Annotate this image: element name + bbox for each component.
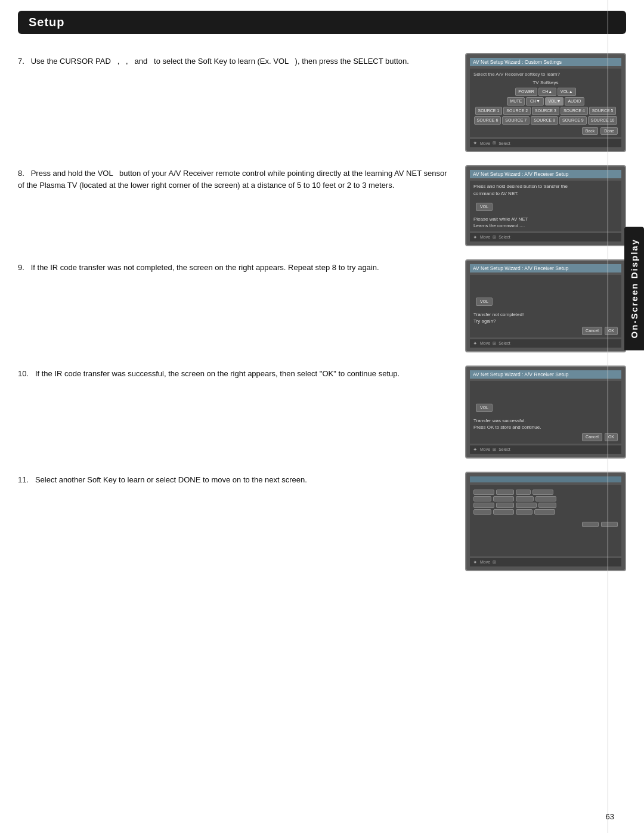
softkey-audio[interactable]: AUDIO bbox=[565, 97, 584, 106]
screen-mockup-8: AV Net Setup Wizard : A/V Receiver Setup… bbox=[465, 165, 626, 246]
status-text-9: Transfer not completed! Try again? bbox=[473, 311, 618, 324]
step-num-9: 9. bbox=[18, 263, 24, 272]
move-icon-8: ✦ bbox=[473, 234, 478, 240]
instruction-row-11: 11. Select another Soft Key to learn or … bbox=[18, 472, 626, 571]
move-select-bar-7: ✦ Move ⊞ Select bbox=[470, 139, 621, 147]
instruction-row-7: 7. Use the CURSOR PAD , , and to select … bbox=[18, 53, 626, 152]
select-icon-7: ⊞ bbox=[493, 141, 496, 145]
main-content: 7. Use the CURSOR PAD , , and to select … bbox=[18, 34, 626, 571]
step-num-11: 11. bbox=[18, 475, 29, 484]
softkeys-row-7-1: POWER CH▲ VOL▲ bbox=[473, 88, 618, 96]
vol-btn-10: VOL bbox=[476, 404, 493, 412]
screen-title-10: AV Net Setup Wizard : A/V Receiver Setup bbox=[470, 370, 621, 379]
softkey-src8[interactable]: SOURCE 8 bbox=[531, 116, 558, 125]
move-label-10: Move bbox=[480, 447, 490, 451]
vol-btn-8: VOL bbox=[476, 203, 493, 211]
instruction-text-7: 7. Use the CURSOR PAD , , and to select … bbox=[18, 53, 447, 67]
softkey-chup[interactable]: CH▲ bbox=[538, 88, 556, 96]
softkey-src7[interactable]: SOURCE 7 bbox=[502, 116, 530, 125]
screen-title-9: AV Net Setup Wizard : A/V Receiver Setup bbox=[470, 264, 621, 272]
blurred-footer-11 bbox=[473, 522, 618, 527]
instruction-text-9: 9. If the IR code transfer was not compl… bbox=[18, 259, 447, 274]
screen-spacer-10 bbox=[473, 383, 618, 401]
blurred-row-11-3 bbox=[473, 503, 618, 508]
move-icon-9: ✦ bbox=[473, 340, 478, 346]
screen-line-8-1: Press and hold desired button to transfe… bbox=[473, 183, 618, 190]
select-label-8: Select bbox=[499, 235, 510, 239]
select-label-9: Select bbox=[499, 341, 510, 345]
softkey-mute[interactable]: MUTE bbox=[507, 97, 525, 106]
softkey-src5[interactable]: SOURCE 5 bbox=[589, 107, 617, 115]
move-icon-10: ✦ bbox=[473, 447, 478, 453]
screen-center-label-7: TV Softkeys bbox=[473, 79, 618, 86]
screen-mockup-10: AV Net Setup Wizard : A/V Receiver Setup… bbox=[465, 366, 626, 459]
softkey-src1[interactable]: SOURCE 1 bbox=[475, 107, 503, 115]
step-num-8: 8. bbox=[18, 169, 24, 178]
move-select-bar-11: ✦ Move ⊞ bbox=[470, 558, 621, 566]
screen-title-7: AV Net Setup Wizard : Custom Settings bbox=[470, 58, 621, 66]
blurred-row-11-1 bbox=[473, 490, 618, 495]
move-label-7: Move bbox=[480, 141, 490, 145]
blurred-row-11-2 bbox=[473, 496, 618, 501]
wait-line-8-1: Please wait while AV NET bbox=[473, 216, 618, 222]
screen-title-8: AV Net Setup Wizard : A/V Receiver Setup bbox=[470, 170, 621, 178]
side-tab: On-Screen Display bbox=[624, 227, 644, 350]
done-btn-7[interactable]: Done bbox=[600, 127, 618, 135]
move-select-bar-10: ✦ Move ⊞ Select bbox=[470, 445, 621, 454]
softkey-src3[interactable]: SOURCE 3 bbox=[532, 107, 559, 115]
screen-body-9: VOL Transfer not completed! Try again? C… bbox=[470, 275, 621, 337]
screen-spacer-9 bbox=[473, 277, 618, 295]
select-label-10: Select bbox=[499, 447, 510, 451]
instruction-text-11: 11. Select another Soft Key to learn or … bbox=[18, 472, 447, 486]
screen-footer-9: Cancel OK bbox=[473, 327, 618, 335]
softkeys-row-7-2: MUTE CH▼ VOL▼ AUDIO bbox=[473, 97, 618, 106]
select-label-7: Select bbox=[499, 141, 510, 145]
softkeys-grid-7: POWER CH▲ VOL▲ MUTE CH▼ VOL▼ AUDIO SOURC… bbox=[473, 88, 618, 124]
screen-body-8: Press and hold desired button to transfe… bbox=[470, 181, 621, 231]
ok-btn-9[interactable]: OK bbox=[605, 327, 618, 335]
select-icon-8: ⊞ bbox=[493, 235, 496, 240]
softkey-power[interactable]: POWER bbox=[515, 88, 537, 96]
ok-btn-10[interactable]: OK bbox=[605, 433, 618, 441]
wait-text-8: Please wait while AV NET Learns the comm… bbox=[473, 216, 618, 229]
cancel-btn-10[interactable]: Cancel bbox=[582, 433, 602, 441]
screen-line-8-2: command to AV NET. bbox=[473, 190, 618, 197]
softkey-voldown[interactable]: VOL▼ bbox=[545, 97, 564, 106]
screen-footer-7: Back Done bbox=[473, 127, 618, 135]
right-divider bbox=[608, 0, 608, 833]
softkey-src2[interactable]: SOURCE 2 bbox=[503, 107, 531, 115]
page-number: 63 bbox=[606, 812, 614, 821]
softkey-src4[interactable]: SOURCE 4 bbox=[561, 107, 588, 115]
screen-mockup-9: AV Net Setup Wizard : A/V Receiver Setup… bbox=[465, 259, 626, 352]
screen-title-11 bbox=[470, 476, 621, 482]
move-label-8: Move bbox=[480, 235, 490, 239]
screen-footer-10: Cancel OK bbox=[473, 433, 618, 441]
instruction-row-9: 9. If the IR code transfer was not compl… bbox=[18, 259, 626, 352]
status-line-10-2: Press OK to store and continue. bbox=[473, 424, 618, 431]
move-select-bar-9: ✦ Move ⊞ Select bbox=[470, 339, 621, 348]
softkey-src9[interactable]: SOURCE 9 bbox=[559, 116, 587, 125]
status-line-9-1: Transfer not completed! bbox=[473, 311, 618, 318]
softkey-src6[interactable]: SOURCE 6 bbox=[474, 116, 501, 125]
vol-btn-9: VOL bbox=[476, 298, 493, 306]
screen-mockup-11: ✦ Move ⊞ bbox=[465, 472, 626, 571]
move-label-9: Move bbox=[480, 341, 490, 345]
page-title: Setup bbox=[29, 16, 615, 29]
instruction-row-8: 8. Press and hold the VOL button of your… bbox=[18, 165, 626, 246]
softkey-volup[interactable]: VOL▲ bbox=[558, 88, 576, 96]
instruction-text-8: 8. Press and hold the VOL button of your… bbox=[18, 165, 447, 191]
setup-header: Setup bbox=[18, 11, 626, 34]
step-num-7: 7. bbox=[18, 57, 24, 66]
back-btn-7[interactable]: Back bbox=[582, 127, 599, 135]
status-line-10-1: Transfer was successful. bbox=[473, 417, 618, 424]
select-icon-11: ⊞ bbox=[493, 560, 496, 565]
blurred-rows-11 bbox=[473, 490, 618, 527]
screen-mockup-7: AV Net Setup Wizard : Custom Settings Se… bbox=[465, 53, 626, 152]
cancel-btn-9[interactable]: Cancel bbox=[582, 327, 602, 335]
status-text-10: Transfer was successful. Press OK to sto… bbox=[473, 417, 618, 431]
move-icon-7: ✦ bbox=[473, 140, 478, 146]
wait-line-8-2: Learns the command..... bbox=[473, 222, 618, 229]
select-icon-10: ⊞ bbox=[493, 447, 496, 452]
softkey-chdown[interactable]: CH▼ bbox=[526, 97, 544, 106]
softkey-src10[interactable]: SOURCE 10 bbox=[588, 116, 618, 125]
